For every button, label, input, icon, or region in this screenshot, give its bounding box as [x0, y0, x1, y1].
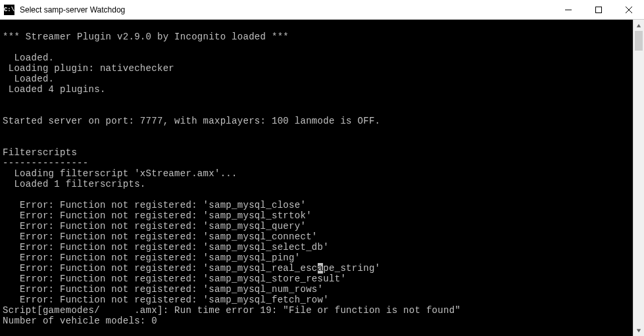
minimize-button[interactable] [553, 0, 583, 19]
svg-marker-5 [637, 329, 641, 332]
titlebar: C:\ Select samp-server Watchdog [0, 0, 644, 20]
window-controls [553, 0, 644, 19]
vertical-scrollbar[interactable] [633, 20, 644, 336]
app-icon: C:\ [4, 5, 14, 15]
console-area: *** Streamer Plugin v2.9.0 by Incognito … [0, 20, 644, 336]
scroll-down-button[interactable] [633, 325, 644, 336]
scroll-thumb[interactable] [635, 31, 643, 51]
close-button[interactable] [614, 0, 644, 19]
scroll-track[interactable] [633, 31, 644, 325]
scroll-up-button[interactable] [633, 20, 644, 31]
svg-rect-1 [596, 7, 602, 12]
text-cursor: a [318, 263, 324, 274]
console-output[interactable]: *** Streamer Plugin v2.9.0 by Incognito … [0, 20, 633, 336]
svg-marker-4 [637, 24, 641, 27]
window-title: Select samp-server Watchdog [18, 5, 553, 14]
maximize-button[interactable] [583, 0, 614, 19]
